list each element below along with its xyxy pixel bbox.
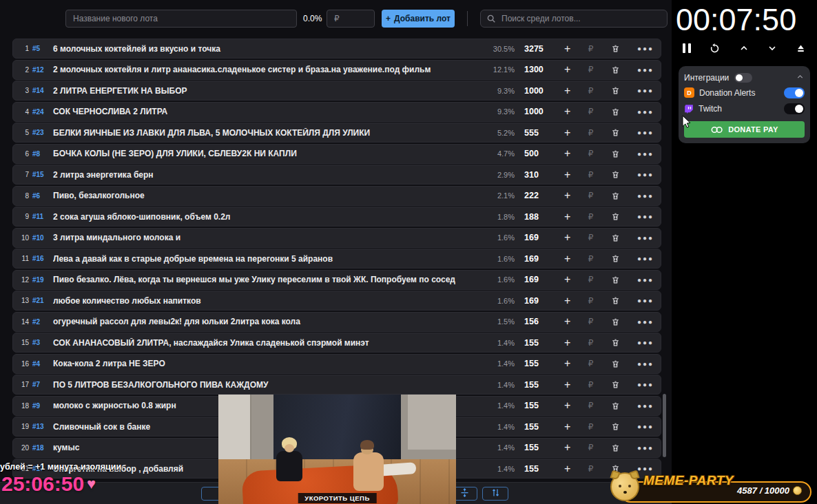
- trash-icon[interactable]: [611, 296, 620, 305]
- trash-icon[interactable]: [611, 359, 620, 368]
- add-amount-icon[interactable]: +: [564, 253, 570, 264]
- ruble-icon[interactable]: ₽: [588, 212, 594, 222]
- ruble-icon[interactable]: ₽: [588, 107, 594, 116]
- ruble-icon[interactable]: ₽: [588, 65, 594, 74]
- add-amount-icon[interactable]: +: [564, 232, 570, 243]
- more-options-icon[interactable]: ●●●: [637, 423, 654, 430]
- more-options-icon[interactable]: ●●●: [637, 150, 654, 158]
- pause-icon[interactable]: [683, 43, 691, 53]
- trash-icon[interactable]: [611, 107, 620, 116]
- ruble-icon[interactable]: ₽: [588, 464, 594, 474]
- add-amount-icon[interactable]: +: [564, 400, 570, 411]
- lot-row[interactable]: 9 #11 2 сока агуша яблоко-шиповник, объе…: [12, 207, 661, 227]
- add-amount-icon[interactable]: +: [564, 190, 570, 201]
- restart-icon[interactable]: [709, 43, 721, 54]
- add-amount-icon[interactable]: +: [564, 211, 570, 222]
- more-options-icon[interactable]: ●●●: [637, 276, 654, 284]
- scrollbar-thumb[interactable]: [663, 394, 666, 457]
- chevron-down-icon[interactable]: [767, 43, 778, 54]
- ruble-icon[interactable]: ₽: [588, 401, 594, 410]
- ruble-icon[interactable]: ₽: [588, 86, 594, 96]
- more-options-icon[interactable]: ●●●: [637, 465, 654, 472]
- ruble-icon[interactable]: ₽: [588, 254, 594, 264]
- more-options-icon[interactable]: ●●●: [637, 234, 654, 242]
- add-amount-icon[interactable]: +: [564, 85, 570, 96]
- add-amount-icon[interactable]: +: [564, 169, 570, 180]
- new-lot-name-input[interactable]: [65, 10, 297, 28]
- lot-row[interactable]: 17 #7 ПО 5 ЛИТРОВ БЕЗАЛКОГОЛЬНОГО ПИВА К…: [12, 375, 661, 395]
- trash-icon[interactable]: [611, 65, 620, 74]
- ruble-icon[interactable]: ₽: [588, 275, 594, 284]
- sort-lots-button[interactable]: [482, 487, 508, 501]
- lot-row[interactable]: 5 #23 БЕЛКИ ЯИЧНЫЕ ИЗ ЛАВКИ ДЛЯ ЛЬВА, 5 …: [12, 123, 661, 143]
- more-options-icon[interactable]: ●●●: [637, 381, 654, 388]
- ruble-icon[interactable]: ₽: [588, 128, 594, 138]
- trash-icon[interactable]: [611, 275, 620, 284]
- chevron-up-icon[interactable]: [738, 43, 749, 54]
- more-options-icon[interactable]: ●●●: [637, 339, 654, 346]
- lot-row[interactable]: 6 #8 БОЧКА КОЛЫ (НЕ ЗЕРО) ДЛЯ УЛИКИ, СБЛ…: [12, 144, 661, 164]
- twitch-toggle[interactable]: [784, 103, 805, 114]
- more-options-icon[interactable]: ●●●: [637, 402, 654, 410]
- add-amount-icon[interactable]: +: [564, 127, 570, 138]
- add-amount-icon[interactable]: +: [564, 421, 570, 432]
- donation-alerts-toggle[interactable]: [784, 87, 805, 98]
- search-input[interactable]: [480, 10, 668, 28]
- ruble-icon[interactable]: ₽: [588, 191, 594, 200]
- collapse-panel-icon[interactable]: [796, 72, 805, 84]
- lot-row[interactable]: 1 #5 6 молочных коктейлей из вкусно и то…: [12, 39, 661, 59]
- more-options-icon[interactable]: ●●●: [637, 192, 654, 200]
- add-amount-icon[interactable]: +: [564, 295, 570, 306]
- add-amount-icon[interactable]: +: [564, 358, 570, 369]
- lot-row[interactable]: 3 #14 2 ЛИТРА ЕНЕРГЕТИК НА ВЫБОР 9.3% 10…: [12, 81, 661, 101]
- trash-icon[interactable]: [611, 338, 620, 347]
- add-amount-icon[interactable]: +: [564, 43, 570, 54]
- eject-icon[interactable]: [796, 43, 806, 54]
- service-donation-alerts[interactable]: D Donation Alerts: [684, 85, 805, 101]
- trash-icon[interactable]: [611, 212, 620, 221]
- trash-icon[interactable]: [611, 44, 620, 53]
- more-options-icon[interactable]: ●●●: [637, 129, 654, 136]
- ruble-icon[interactable]: ₽: [588, 380, 594, 390]
- trash-icon[interactable]: [611, 254, 620, 263]
- ruble-icon[interactable]: ₽: [588, 359, 594, 368]
- trash-icon[interactable]: [611, 317, 620, 326]
- lot-row[interactable]: 12 #19 Пиво безалко. Лёва, когда ты верн…: [12, 270, 661, 290]
- trash-icon[interactable]: [611, 191, 620, 200]
- more-options-icon[interactable]: ●●●: [637, 66, 654, 74]
- add-amount-icon[interactable]: +: [564, 64, 570, 75]
- ruble-icon[interactable]: ₽: [588, 443, 594, 452]
- add-amount-icon[interactable]: +: [564, 463, 570, 474]
- more-options-icon[interactable]: ●●●: [637, 213, 654, 220]
- more-options-icon[interactable]: ●●●: [637, 108, 654, 116]
- lot-row[interactable]: 2 #12 2 молочных коктейля и литр ананаси…: [12, 60, 661, 80]
- ruble-icon[interactable]: ₽: [588, 422, 594, 432]
- trash-icon[interactable]: [611, 128, 620, 137]
- ruble-icon[interactable]: ₽: [588, 149, 594, 158]
- more-options-icon[interactable]: ●●●: [637, 360, 654, 368]
- ruble-icon[interactable]: ₽: [588, 233, 594, 242]
- lot-row[interactable]: 14 #2 огуречный рассол для левы2к! для ю…: [12, 312, 661, 332]
- lot-row[interactable]: 16 #4 Кока-кола 2 литра НЕ ЗЕРО 1.4% 155…: [12, 354, 661, 374]
- lot-row[interactable]: 15 #3 СОК АНАНАСОВЫЙ 2ЛИТРА, наслаждайся…: [12, 333, 661, 353]
- new-lot-cost-input[interactable]: [327, 10, 375, 28]
- trash-icon[interactable]: [611, 401, 620, 410]
- trash-icon[interactable]: [611, 380, 620, 389]
- more-options-icon[interactable]: ●●●: [637, 297, 654, 304]
- trash-icon[interactable]: [611, 443, 620, 452]
- more-options-icon[interactable]: ●●●: [637, 255, 654, 262]
- more-options-icon[interactable]: ●●●: [637, 171, 654, 178]
- integrations-master-toggle[interactable]: [734, 73, 752, 83]
- ruble-icon[interactable]: ₽: [588, 170, 594, 180]
- trash-icon[interactable]: [611, 86, 620, 95]
- ruble-icon[interactable]: ₽: [588, 296, 594, 306]
- trash-icon[interactable]: [611, 170, 620, 179]
- lot-row[interactable]: 11 #16 Лева а давай как в старые добрые …: [12, 249, 661, 269]
- lot-row[interactable]: 7 #15 2 литра энергетика берн 2.9% 310 +…: [12, 165, 661, 185]
- more-options-icon[interactable]: ●●●: [637, 87, 654, 94]
- trash-icon[interactable]: [611, 233, 620, 242]
- more-options-icon[interactable]: ●●●: [637, 45, 654, 52]
- add-amount-icon[interactable]: +: [564, 337, 570, 348]
- add-amount-icon[interactable]: +: [564, 316, 570, 327]
- service-twitch[interactable]: Twitch: [684, 101, 805, 116]
